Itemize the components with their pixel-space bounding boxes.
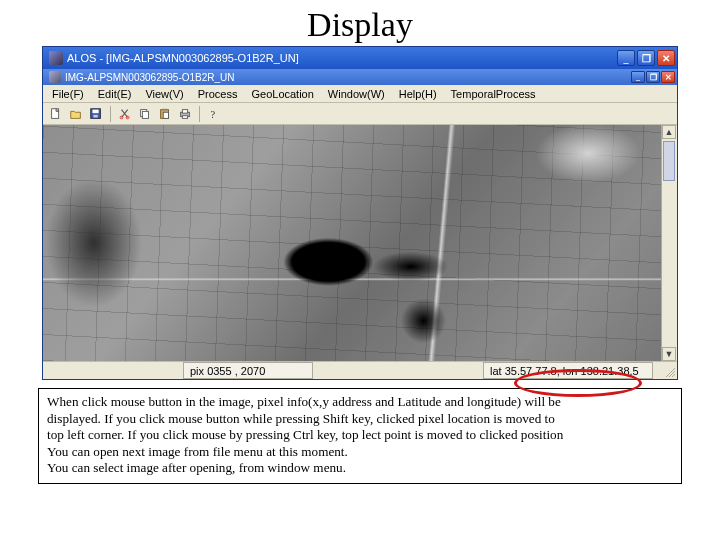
- svg-rect-12: [182, 109, 187, 113]
- svg-rect-10: [163, 112, 168, 118]
- vertical-scrollbar[interactable]: ▲ ▼: [661, 125, 677, 361]
- svg-rect-3: [93, 114, 97, 117]
- status-pixel: pix 0355 , 2070: [183, 362, 313, 379]
- menubar: File(F) Edit(E) View(V) Process GeoLocat…: [43, 85, 677, 103]
- pix-x: 0355: [207, 365, 231, 377]
- open-button[interactable]: [67, 105, 85, 123]
- print-button[interactable]: [176, 105, 194, 123]
- close-button[interactable]: ✕: [657, 50, 675, 66]
- mdi-title: IMG-ALPSMN003062895-O1B2R_UN: [65, 72, 631, 83]
- pix-label: pix: [190, 365, 204, 377]
- mdi-titlebar[interactable]: IMG-ALPSMN003062895-O1B2R_UN _ ❐ ✕: [43, 69, 677, 85]
- window-title: ALOS - [IMG-ALPSMN003062895-O1B2R_UN]: [67, 52, 617, 64]
- menu-window[interactable]: Window(W): [321, 87, 392, 101]
- svg-rect-13: [182, 115, 187, 118]
- mdi-restore-button[interactable]: ❐: [646, 71, 660, 83]
- svg-text:?: ?: [211, 108, 216, 119]
- desc-line: You can open next image from file menu a…: [47, 444, 673, 461]
- scroll-down-button[interactable]: ▼: [662, 347, 676, 361]
- menu-edit[interactable]: Edit(E): [91, 87, 139, 101]
- help-button[interactable]: ?: [205, 105, 223, 123]
- mdi-close-button[interactable]: ✕: [661, 71, 675, 83]
- app-window: ALOS - [IMG-ALPSMN003062895-O1B2R_UN] _ …: [42, 46, 678, 380]
- new-button[interactable]: [47, 105, 65, 123]
- copy-button[interactable]: [136, 105, 154, 123]
- maximize-button[interactable]: ❐: [637, 50, 655, 66]
- pix-y: 2070: [241, 365, 265, 377]
- toolbar-sep: [199, 106, 200, 122]
- lat-label: lat: [490, 365, 502, 377]
- menu-process[interactable]: Process: [191, 87, 245, 101]
- lat-value: 35.57.77.8: [505, 365, 557, 377]
- menu-temporal[interactable]: TemporalProcess: [444, 87, 543, 101]
- satellite-image[interactable]: [43, 125, 677, 361]
- resize-grip-icon[interactable]: [663, 365, 675, 377]
- desc-line: When click mouse button in the image, pi…: [47, 394, 673, 411]
- scroll-up-button[interactable]: ▲: [662, 125, 676, 139]
- menu-help[interactable]: Help(H): [392, 87, 444, 101]
- menu-view[interactable]: View(V): [138, 87, 190, 101]
- image-viewport[interactable]: ▲ ▼: [43, 125, 677, 361]
- status-latlon: lat 35.57.77.8, lon 138.21.38.5: [483, 362, 653, 379]
- svg-rect-9: [162, 108, 166, 110]
- svg-rect-2: [93, 109, 99, 113]
- paste-button[interactable]: [156, 105, 174, 123]
- lon-label: lon: [563, 365, 578, 377]
- toolbar-sep: [110, 106, 111, 122]
- scroll-thumb[interactable]: [663, 141, 675, 181]
- save-button[interactable]: [87, 105, 105, 123]
- desc-line: top left corner. If you click mouse by p…: [47, 427, 673, 444]
- description-box: When click mouse button in the image, pi…: [38, 388, 682, 484]
- menu-geolocation[interactable]: GeoLocation: [244, 87, 320, 101]
- svg-rect-7: [142, 111, 148, 118]
- titlebar[interactable]: ALOS - [IMG-ALPSMN003062895-O1B2R_UN] _ …: [43, 47, 677, 69]
- doc-icon: [49, 71, 61, 83]
- slide-title: Display: [0, 0, 720, 46]
- mdi-minimize-button[interactable]: _: [631, 71, 645, 83]
- minimize-button[interactable]: _: [617, 50, 635, 66]
- app-icon: [49, 51, 63, 65]
- cut-button[interactable]: [116, 105, 134, 123]
- menu-file[interactable]: File(F): [45, 87, 91, 101]
- desc-line: displayed. If you click mouse button whi…: [47, 411, 673, 428]
- statusbar: pix 0355 , 2070 lat 35.57.77.8, lon 138.…: [43, 361, 677, 379]
- desc-line: You can select image after opening, from…: [47, 460, 673, 477]
- toolbar: ?: [43, 103, 677, 125]
- lon-value: 138.21.38.5: [581, 365, 639, 377]
